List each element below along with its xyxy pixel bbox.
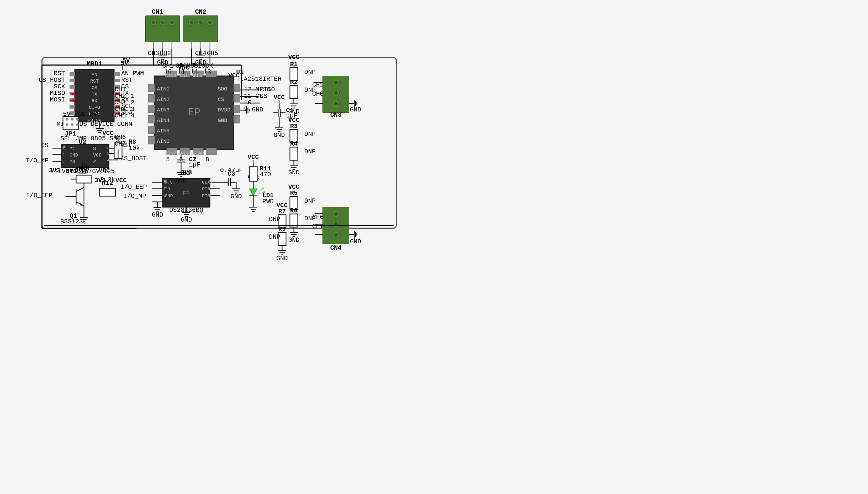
svg-text:3V3: 3V3	[75, 167, 86, 174]
svg-text:CIPO: CIPO	[89, 105, 100, 110]
svg-text:GND: GND	[288, 236, 299, 244]
svg-text:SCK: SCK	[202, 62, 213, 70]
svg-text:VCC: VCC	[288, 54, 299, 61]
svg-text:CH1: CH1	[115, 86, 126, 93]
svg-rect-66	[234, 84, 240, 92]
svg-text:MBD1: MBD1	[87, 60, 102, 68]
svg-text:RST: RST	[90, 79, 99, 84]
svg-text:VCC: VCC	[99, 167, 110, 174]
svg-text:EP: EP	[188, 107, 201, 118]
svg-text:Z: Z	[93, 159, 96, 165]
svg-text:I/O_MP: I/O_MP	[26, 157, 49, 164]
svg-text:4: 4	[131, 112, 134, 119]
svg-text:CN4: CN4	[330, 244, 341, 251]
svg-rect-69	[234, 115, 240, 123]
svg-rect-62	[148, 105, 155, 113]
svg-text:DECAP: DECAP	[190, 151, 204, 156]
svg-text:R8: R8	[129, 138, 136, 146]
svg-text:GND: GND	[181, 216, 192, 223]
svg-text:VCC: VCC	[247, 154, 259, 161]
svg-text:R2: R2	[290, 79, 298, 86]
svg-text:470: 470	[260, 171, 271, 178]
svg-text:CS_HOST: CS_HOST	[39, 77, 65, 84]
svg-text:IO: IO	[165, 187, 170, 192]
svg-rect-100	[114, 79, 120, 82]
svg-text:R4: R4	[290, 140, 298, 147]
svg-text:GND: GND	[70, 153, 78, 158]
svg-rect-323	[290, 86, 298, 99]
svg-text:6: 6	[107, 146, 109, 151]
svg-text:DNP: DNP	[304, 131, 316, 138]
svg-text:Y0: Y0	[70, 159, 75, 165]
svg-point-454	[179, 63, 183, 67]
svg-text:CH2: CH2	[115, 93, 126, 100]
svg-text:TLA2518IRTER: TLA2518IRTER	[236, 76, 281, 82]
svg-text:CN1: CN1	[152, 8, 163, 16]
svg-text:SDO: SDO	[218, 86, 227, 92]
svg-text:CH6: CH6	[312, 214, 324, 221]
svg-text:R3: R3	[290, 123, 298, 130]
svg-text:N.C.: N.C.	[165, 180, 176, 185]
svg-text:U2: U2	[79, 138, 87, 146]
svg-text:3: 3	[163, 193, 165, 198]
svg-text:DVDD: DVDD	[218, 107, 230, 113]
svg-text:AIN3: AIN3	[157, 107, 169, 113]
svg-text:R1: R1	[290, 61, 298, 68]
svg-rect-59	[206, 148, 217, 155]
svg-text:1µF: 1µF	[189, 161, 200, 168]
svg-text:CH7: CH7	[115, 140, 126, 147]
svg-text:CH4: CH4	[115, 106, 126, 113]
svg-text:GND: GND	[273, 132, 285, 139]
svg-text:R7: R7	[278, 208, 286, 215]
svg-text:5: 5	[166, 156, 170, 163]
svg-rect-61	[148, 94, 155, 102]
svg-text:CH3: CH3	[114, 99, 126, 106]
svg-text:MISO: MISO	[260, 86, 275, 93]
svg-rect-91	[70, 72, 75, 76]
svg-text:CEXT: CEXT	[202, 180, 213, 185]
svg-text:AN: AN	[92, 72, 97, 77]
svg-text:1: 1	[131, 93, 134, 100]
svg-text:R6: R6	[290, 207, 298, 214]
svg-point-146	[66, 123, 68, 126]
svg-text:4: 4	[208, 193, 210, 198]
svg-text:PWR: PWR	[262, 198, 274, 205]
svg-text:AIN4: AIN4	[157, 117, 169, 124]
svg-text:CS: CS	[260, 93, 267, 100]
svg-text:Y1: Y1	[70, 146, 75, 151]
svg-text:MOSI: MOSI	[50, 96, 65, 103]
svg-text:GND: GND	[218, 117, 227, 124]
svg-text:R5: R5	[290, 190, 298, 197]
svg-text:CS_HOST: CS_HOST	[120, 155, 147, 162]
svg-text:3V3: 3V3	[49, 167, 60, 174]
svg-text:GND: GND	[350, 238, 361, 245]
svg-text:AN  PWM: AN PWM	[121, 70, 144, 77]
svg-text:GND: GND	[165, 193, 173, 198]
svg-text:8: 8	[205, 156, 209, 163]
svg-text:RX: RX	[92, 98, 97, 103]
svg-text:CH6: CH6	[115, 134, 126, 141]
svg-text:AIN2: AIN2	[157, 96, 169, 102]
svg-rect-430	[249, 167, 257, 181]
svg-text:GND: GND	[175, 177, 187, 184]
svg-rect-96	[70, 105, 75, 109]
svg-text:CH0: CH0	[312, 91, 324, 97]
svg-text:CS: CS	[92, 85, 97, 91]
svg-rect-205	[76, 175, 92, 183]
svg-text:10k: 10k	[129, 145, 140, 152]
svg-text:5: 5	[107, 152, 109, 156]
svg-text:VCC: VCC	[93, 153, 102, 158]
svg-text:CS: CS	[218, 96, 224, 102]
svg-text:GND: GND	[288, 108, 299, 115]
svg-text:6: 6	[208, 180, 210, 184]
svg-point-147	[71, 123, 73, 126]
svg-text:DNP: DNP	[304, 148, 316, 155]
svg-text:CH5: CH5	[207, 50, 218, 57]
svg-text:GND: GND	[276, 255, 288, 262]
svg-text:I/O_EEP: I/O_EEP	[121, 184, 147, 191]
svg-text:GND: GND	[230, 193, 242, 200]
svg-text:VCC: VCC	[228, 72, 240, 79]
svg-text:GND: GND	[252, 106, 263, 113]
svg-rect-60	[148, 84, 155, 92]
svg-point-145	[76, 118, 79, 120]
